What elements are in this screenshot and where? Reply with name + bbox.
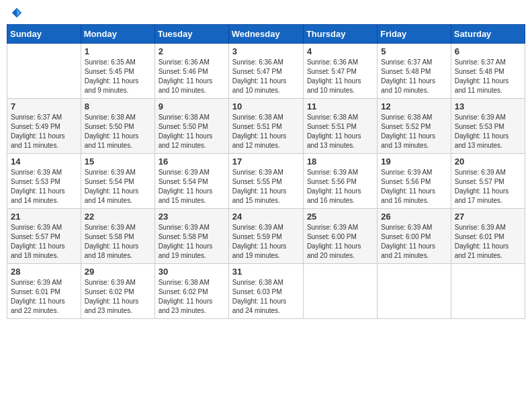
calendar-cell: 18Sunrise: 6:39 AM Sunset: 5:56 PM Dayli… — [303, 154, 377, 209]
day-number: 12 — [381, 101, 447, 111]
day-info: Sunrise: 6:39 AM Sunset: 5:53 PM Dayligh… — [455, 113, 521, 150]
calendar-cell: 17Sunrise: 6:39 AM Sunset: 5:55 PM Dayli… — [228, 154, 303, 209]
calendar-day-header: Monday — [81, 25, 154, 44]
calendar-cell: 31Sunrise: 6:38 AM Sunset: 6:03 PM Dayli… — [228, 264, 303, 319]
calendar-cell: 8Sunrise: 6:38 AM Sunset: 5:50 PM Daylig… — [81, 99, 154, 154]
calendar-cell — [303, 264, 377, 319]
calendar-cell: 6Sunrise: 6:37 AM Sunset: 5:48 PM Daylig… — [451, 44, 525, 99]
day-info: Sunrise: 6:39 AM Sunset: 6:01 PM Dayligh… — [455, 223, 521, 261]
day-number: 19 — [381, 156, 447, 167]
calendar-week-row: 14Sunrise: 6:39 AM Sunset: 5:53 PM Dayli… — [7, 154, 525, 209]
day-number: 21 — [11, 212, 77, 222]
logo — [9, 7, 23, 19]
day-number: 26 — [381, 212, 447, 222]
calendar-cell: 25Sunrise: 6:39 AM Sunset: 6:00 PM Dayli… — [303, 209, 377, 264]
day-info: Sunrise: 6:39 AM Sunset: 5:54 PM Dayligh… — [85, 168, 151, 205]
calendar-cell — [451, 264, 525, 319]
day-info: Sunrise: 6:38 AM Sunset: 6:03 PM Dayligh… — [232, 278, 300, 316]
calendar-header-row: SundayMondayTuesdayWednesdayThursdayFrid… — [7, 25, 525, 44]
day-number: 30 — [159, 267, 225, 277]
day-number: 1 — [85, 46, 151, 56]
day-info: Sunrise: 6:38 AM Sunset: 5:50 PM Dayligh… — [159, 113, 225, 150]
calendar-cell: 28Sunrise: 6:39 AM Sunset: 6:01 PM Dayli… — [7, 264, 81, 319]
day-number: 14 — [11, 156, 77, 167]
day-info: Sunrise: 6:35 AM Sunset: 5:45 PM Dayligh… — [85, 58, 151, 95]
calendar-cell: 3Sunrise: 6:36 AM Sunset: 5:47 PM Daylig… — [228, 44, 303, 99]
day-number: 11 — [307, 101, 373, 111]
day-number: 27 — [455, 212, 521, 222]
calendar-cell: 26Sunrise: 6:39 AM Sunset: 6:00 PM Dayli… — [378, 209, 451, 264]
calendar-cell: 5Sunrise: 6:37 AM Sunset: 5:48 PM Daylig… — [378, 44, 451, 99]
calendar-cell: 12Sunrise: 6:38 AM Sunset: 5:52 PM Dayli… — [378, 99, 451, 154]
day-number: 9 — [159, 101, 225, 111]
day-info: Sunrise: 6:39 AM Sunset: 5:55 PM Dayligh… — [232, 168, 300, 205]
day-info: Sunrise: 6:38 AM Sunset: 5:51 PM Dayligh… — [232, 113, 300, 150]
calendar-cell: 14Sunrise: 6:39 AM Sunset: 5:53 PM Dayli… — [7, 154, 81, 209]
day-info: Sunrise: 6:39 AM Sunset: 6:00 PM Dayligh… — [307, 223, 373, 261]
day-info: Sunrise: 6:37 AM Sunset: 5:49 PM Dayligh… — [11, 113, 77, 150]
calendar-day-header: Wednesday — [228, 25, 303, 44]
calendar-cell: 15Sunrise: 6:39 AM Sunset: 5:54 PM Dayli… — [81, 154, 154, 209]
day-info: Sunrise: 6:39 AM Sunset: 5:59 PM Dayligh… — [232, 223, 300, 261]
day-number: 10 — [232, 101, 300, 111]
calendar-cell: 10Sunrise: 6:38 AM Sunset: 5:51 PM Dayli… — [228, 99, 303, 154]
calendar-body: 1Sunrise: 6:35 AM Sunset: 5:45 PM Daylig… — [7, 44, 525, 319]
day-number: 3 — [232, 46, 300, 56]
calendar-cell — [378, 264, 451, 319]
calendar-cell: 9Sunrise: 6:38 AM Sunset: 5:50 PM Daylig… — [154, 99, 228, 154]
day-number: 31 — [232, 267, 300, 277]
calendar-day-header: Thursday — [303, 25, 377, 44]
day-info: Sunrise: 6:38 AM Sunset: 5:52 PM Dayligh… — [381, 113, 447, 150]
day-info: Sunrise: 6:38 AM Sunset: 5:51 PM Dayligh… — [307, 113, 373, 150]
calendar-cell: 7Sunrise: 6:37 AM Sunset: 5:49 PM Daylig… — [7, 99, 81, 154]
calendar-cell: 29Sunrise: 6:39 AM Sunset: 6:02 PM Dayli… — [81, 264, 154, 319]
day-info: Sunrise: 6:38 AM Sunset: 5:50 PM Dayligh… — [85, 113, 151, 150]
calendar-day-header: Sunday — [7, 25, 81, 44]
calendar-week-row: 28Sunrise: 6:39 AM Sunset: 6:01 PM Dayli… — [7, 264, 525, 319]
day-number: 17 — [232, 156, 300, 167]
day-info: Sunrise: 6:37 AM Sunset: 5:48 PM Dayligh… — [455, 58, 521, 95]
day-info: Sunrise: 6:36 AM Sunset: 5:47 PM Dayligh… — [307, 58, 373, 95]
calendar-week-row: 1Sunrise: 6:35 AM Sunset: 5:45 PM Daylig… — [7, 44, 525, 99]
calendar-week-row: 21Sunrise: 6:39 AM Sunset: 5:57 PM Dayli… — [7, 209, 525, 264]
day-info: Sunrise: 6:39 AM Sunset: 5:56 PM Dayligh… — [381, 168, 447, 205]
day-info: Sunrise: 6:38 AM Sunset: 6:02 PM Dayligh… — [159, 278, 225, 316]
logo-icon — [11, 7, 23, 19]
calendar-cell: 1Sunrise: 6:35 AM Sunset: 5:45 PM Daylig… — [81, 44, 154, 99]
calendar-cell: 11Sunrise: 6:38 AM Sunset: 5:51 PM Dayli… — [303, 99, 377, 154]
day-number: 18 — [307, 156, 373, 167]
day-number: 5 — [381, 46, 447, 56]
day-number: 13 — [455, 101, 521, 111]
day-number: 28 — [11, 267, 77, 277]
calendar-table: SundayMondayTuesdayWednesdayThursdayFrid… — [7, 24, 525, 319]
day-info: Sunrise: 6:39 AM Sunset: 6:01 PM Dayligh… — [11, 278, 77, 316]
day-number: 15 — [85, 156, 151, 167]
day-info: Sunrise: 6:36 AM Sunset: 5:47 PM Dayligh… — [232, 58, 300, 95]
calendar-cell: 19Sunrise: 6:39 AM Sunset: 5:56 PM Dayli… — [378, 154, 451, 209]
day-info: Sunrise: 6:36 AM Sunset: 5:46 PM Dayligh… — [159, 58, 225, 95]
day-info: Sunrise: 6:37 AM Sunset: 5:48 PM Dayligh… — [381, 58, 447, 95]
day-number: 25 — [307, 212, 373, 222]
calendar-cell: 27Sunrise: 6:39 AM Sunset: 6:01 PM Dayli… — [451, 209, 525, 264]
calendar-cell — [7, 44, 81, 99]
calendar-cell: 13Sunrise: 6:39 AM Sunset: 5:53 PM Dayli… — [451, 99, 525, 154]
day-info: Sunrise: 6:39 AM Sunset: 5:56 PM Dayligh… — [307, 168, 373, 205]
day-number: 22 — [85, 212, 151, 222]
calendar-cell: 24Sunrise: 6:39 AM Sunset: 5:59 PM Dayli… — [228, 209, 303, 264]
calendar-day-header: Friday — [378, 25, 451, 44]
day-info: Sunrise: 6:39 AM Sunset: 5:58 PM Dayligh… — [85, 223, 151, 261]
calendar-cell: 20Sunrise: 6:39 AM Sunset: 5:57 PM Dayli… — [451, 154, 525, 209]
day-number: 2 — [159, 46, 225, 56]
day-number: 4 — [307, 46, 373, 56]
calendar-day-header: Tuesday — [154, 25, 228, 44]
day-number: 24 — [232, 212, 300, 222]
day-info: Sunrise: 6:39 AM Sunset: 6:02 PM Dayligh… — [85, 278, 151, 316]
day-info: Sunrise: 6:39 AM Sunset: 6:00 PM Dayligh… — [381, 223, 447, 261]
day-info: Sunrise: 6:39 AM Sunset: 5:57 PM Dayligh… — [11, 223, 77, 261]
calendar-cell: 16Sunrise: 6:39 AM Sunset: 5:54 PM Dayli… — [154, 154, 228, 209]
day-info: Sunrise: 6:39 AM Sunset: 5:57 PM Dayligh… — [455, 168, 521, 205]
day-number: 20 — [455, 156, 521, 167]
calendar-cell: 21Sunrise: 6:39 AM Sunset: 5:57 PM Dayli… — [7, 209, 81, 264]
day-info: Sunrise: 6:39 AM Sunset: 5:53 PM Dayligh… — [11, 168, 77, 205]
day-info: Sunrise: 6:39 AM Sunset: 5:58 PM Dayligh… — [159, 223, 225, 261]
